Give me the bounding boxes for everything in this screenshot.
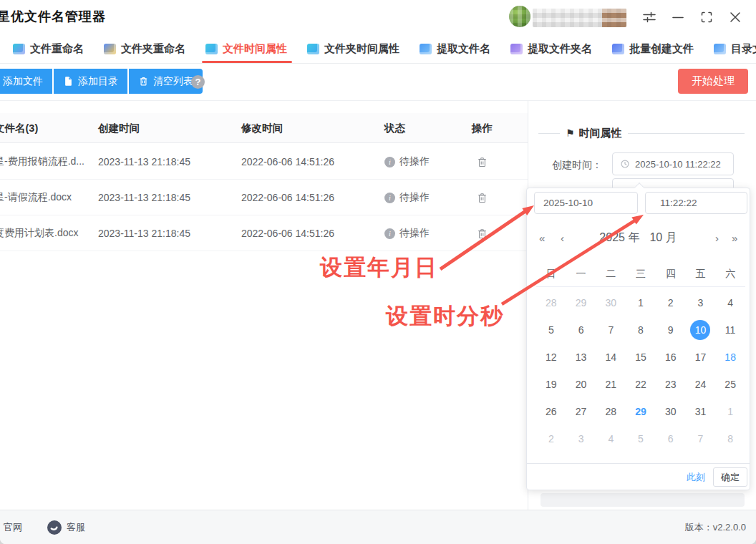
day-number: 28	[541, 293, 561, 313]
minimize-button[interactable]	[669, 9, 687, 26]
datetime-picker-popup: 2025-10-10 11:22:22 « ‹ 2025 年 10 月 › » …	[526, 188, 750, 490]
action-cell	[467, 180, 496, 215]
support-link[interactable]: 客服	[47, 510, 85, 544]
created-time-input[interactable]: 2025-10-10 11:22:22	[612, 152, 734, 175]
calendar-day[interactable]: 29	[626, 398, 656, 425]
calendar-day[interactable]: 21	[596, 371, 626, 398]
calendar-day[interactable]: 7	[686, 425, 716, 452]
app-title: 星优文件名管理器	[0, 8, 106, 25]
tab-file-time-attr[interactable]: 文件时间属性	[205, 34, 287, 63]
calendar-day[interactable]: 5	[626, 425, 656, 452]
calendar-day[interactable]: 8	[715, 425, 745, 452]
tab-bar: 文件重命名文件夹重命名文件时间属性文件夹时间属性提取文件名提取文件夹名批量创建文…	[0, 34, 756, 64]
calendar-weekdays: 日一二三四五六	[536, 261, 745, 287]
calendar-day[interactable]: 17	[686, 344, 716, 371]
calendar-day[interactable]: 10	[686, 316, 716, 344]
calendar-day[interactable]: 29	[566, 289, 596, 316]
start-processing-button[interactable]: 开始处理	[678, 69, 748, 94]
calendar-day[interactable]: 6	[566, 316, 596, 344]
calendar-day[interactable]: 24	[686, 371, 716, 398]
time-input[interactable]: 11:22:22	[645, 192, 747, 214]
calendar-day[interactable]: 23	[656, 371, 686, 398]
calendar-day[interactable]: 1	[626, 289, 656, 316]
add-directory-icon	[63, 76, 74, 87]
trash-icon	[476, 155, 488, 169]
calendar-day[interactable]: 13	[566, 344, 596, 371]
calendar-day[interactable]: 19	[536, 371, 566, 398]
calendar-day[interactable]: 16	[656, 344, 686, 371]
calendar-day[interactable]: 11	[715, 316, 745, 344]
tab-merge-extract[interactable]: 目录文件合并/提取	[714, 34, 756, 63]
now-link[interactable]: 此刻	[687, 471, 705, 484]
calendar-day[interactable]: 4	[715, 289, 745, 316]
support-label: 客服	[67, 521, 85, 534]
account-avatar[interactable]	[509, 6, 530, 27]
calendar-day[interactable]: 9	[656, 316, 686, 344]
tab-file-rename[interactable]: 文件重命名	[13, 34, 84, 63]
calendar-day[interactable]: 6	[656, 425, 686, 452]
day-number: 30	[601, 293, 621, 313]
calendar-day[interactable]: 15	[626, 344, 656, 371]
calendar-day[interactable]: 3	[566, 425, 596, 452]
add-directory-button[interactable]: 添加目录	[54, 69, 127, 94]
extract-filename-icon	[420, 44, 432, 54]
tab-folder-time-attr[interactable]: 文件夹时间属性	[307, 34, 399, 63]
tab-folder-rename[interactable]: 文件夹重命名	[104, 34, 185, 63]
calendar-day[interactable]: 14	[596, 344, 626, 371]
calendar-day[interactable]: 30	[596, 289, 626, 316]
day-number: 21	[601, 374, 621, 394]
calendar-day[interactable]: 25	[715, 371, 745, 398]
calendar-day[interactable]: 12	[536, 344, 566, 371]
add-file-label: 添加文件	[3, 75, 43, 88]
calendar-day[interactable]: 28	[596, 398, 626, 425]
footer-bar: 官网 客服 版本：v2.2.0.0	[0, 510, 756, 544]
calendar-day[interactable]: 4	[596, 425, 626, 452]
calendar-day[interactable]: 8	[626, 316, 656, 344]
calendar-day[interactable]: 18	[715, 344, 745, 371]
maximize-button[interactable]	[697, 9, 716, 26]
calendar-day[interactable]: 31	[686, 398, 716, 425]
day-number: 23	[661, 374, 681, 394]
day-number: 1	[720, 402, 740, 422]
tab-batch-create[interactable]: 批量创建文件	[612, 34, 694, 63]
calendar-day[interactable]: 26	[536, 398, 566, 425]
official-site-link[interactable]: 官网	[4, 510, 22, 544]
calendar-day[interactable]: 2	[536, 425, 566, 452]
info-icon: i	[384, 228, 395, 239]
table-row: 星-请假流程.docx2023-11-13 21:18:452022-06-06…	[0, 180, 528, 215]
help-button[interactable]: ?	[191, 75, 205, 89]
delete-button[interactable]	[476, 227, 488, 241]
calendar-day[interactable]: 27	[566, 398, 596, 425]
confirm-button[interactable]: 确定	[713, 467, 747, 487]
next-year-button[interactable]: »	[732, 228, 737, 248]
calendar-day[interactable]: 30	[656, 398, 686, 425]
calendar-day[interactable]: 22	[626, 371, 656, 398]
calendar-day[interactable]: 7	[596, 316, 626, 344]
calendar-day[interactable]: 3	[686, 289, 716, 316]
calendar-day[interactable]: 28	[536, 289, 566, 316]
delete-button[interactable]	[476, 191, 488, 205]
calendar-day[interactable]: 5	[536, 316, 566, 344]
calendar-day[interactable]: 20	[566, 371, 596, 398]
calendar-day[interactable]: 1	[715, 398, 745, 425]
calendar-day[interactable]: 2	[656, 289, 686, 316]
next-month-button[interactable]: ›	[715, 228, 719, 248]
year-select[interactable]: 2025 年	[599, 230, 639, 246]
close-button[interactable]	[726, 9, 745, 26]
day-number: 3	[690, 293, 710, 313]
add-directory-label: 添加目录	[78, 75, 118, 88]
tab-extract-filename[interactable]: 提取文件名	[420, 34, 490, 63]
column-header: 创建时间	[98, 113, 140, 143]
folder-time-attr-icon	[307, 44, 319, 54]
toolbar-button-group: 添加文件 添加目录 清空列表	[0, 69, 203, 94]
delete-button[interactable]	[476, 155, 488, 169]
month-select[interactable]: 10 月	[649, 230, 677, 246]
add-file-button[interactable]: 添加文件	[0, 69, 52, 94]
account-name-blurred	[533, 9, 626, 27]
tab-extract-foldername[interactable]: 提取文件夹名	[510, 34, 592, 63]
info-icon: i	[384, 193, 395, 203]
day-number: 24	[690, 374, 710, 394]
settings-button[interactable]	[640, 9, 659, 26]
section-title-label: 时间属性	[579, 127, 622, 140]
date-input[interactable]: 2025-10-10	[534, 192, 638, 214]
